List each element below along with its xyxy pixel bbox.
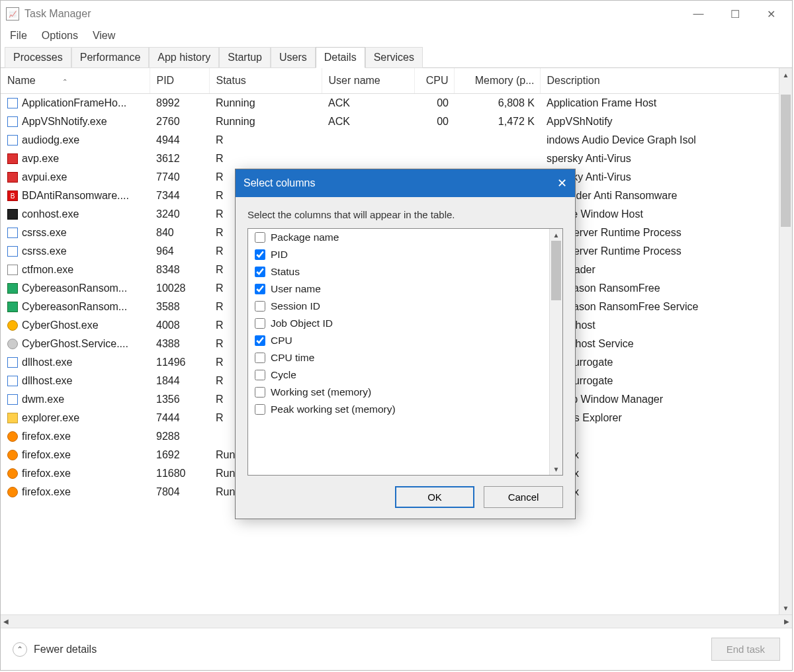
- listbox-scroll-down-icon[interactable]: ▼: [550, 463, 562, 475]
- column-option[interactable]: Cycle: [248, 366, 562, 384]
- column-option-label: Status: [271, 266, 300, 278]
- column-option[interactable]: PID: [248, 246, 562, 263]
- col-user[interactable]: User name: [322, 68, 414, 94]
- process-icon: [7, 265, 18, 275]
- fewer-details-label: Fewer details: [34, 644, 97, 655]
- column-checkbox[interactable]: [255, 353, 265, 363]
- column-option-label: CPU time: [271, 352, 314, 364]
- dialog-instruction: Select the columns that will appear in t…: [236, 197, 575, 228]
- chevron-up-icon: ⌃: [13, 642, 27, 657]
- select-columns-dialog: Select columns ✕ Select the columns that…: [235, 169, 576, 519]
- process-name: avpui.exe: [22, 171, 67, 183]
- table-row[interactable]: audiodg.exe4944Rindows Audio Device Grap…: [1, 131, 792, 149]
- process-name: CyberGhost.exe: [22, 319, 99, 331]
- col-pid[interactable]: PID: [150, 68, 209, 94]
- column-option[interactable]: Session ID: [248, 298, 562, 315]
- process-name: ctfmon.exe: [22, 264, 73, 276]
- column-checkbox[interactable]: [255, 284, 265, 294]
- column-option[interactable]: Job Object ID: [248, 315, 562, 332]
- column-checkbox[interactable]: [255, 370, 265, 380]
- menubar: File Options View: [1, 27, 792, 47]
- process-name: audiodg.exe: [22, 134, 79, 146]
- column-option-label: Working set (memory): [271, 386, 371, 398]
- listbox-scroll-up-icon[interactable]: ▲: [550, 229, 562, 241]
- vertical-scrollbar[interactable]: ▲ ▼: [779, 68, 792, 614]
- scroll-thumb[interactable]: [781, 95, 791, 227]
- sort-caret-icon: ⌃: [62, 78, 67, 85]
- col-desc[interactable]: Description: [540, 68, 792, 94]
- column-option[interactable]: CPU time: [248, 349, 562, 366]
- scroll-right-icon[interactable]: ▶: [784, 618, 789, 625]
- process-name: dllhost.exe: [22, 357, 73, 368]
- maximize-button[interactable]: ☐: [717, 1, 753, 27]
- column-checkbox[interactable]: [255, 318, 265, 329]
- tab-performance[interactable]: Performance: [71, 47, 150, 68]
- scroll-left-icon[interactable]: ◀: [3, 618, 9, 625]
- tab-startup[interactable]: Startup: [219, 47, 271, 68]
- column-option[interactable]: Status: [248, 263, 562, 280]
- process-name: dwm.exe: [22, 394, 64, 405]
- column-option[interactable]: User name: [248, 280, 562, 298]
- dialog-titlebar[interactable]: Select columns ✕: [236, 169, 575, 197]
- process-name: firefox.exe: [22, 486, 71, 498]
- scroll-down-icon[interactable]: ▼: [779, 601, 792, 614]
- tab-app-history[interactable]: App history: [149, 47, 219, 68]
- column-checkbox[interactable]: [255, 404, 265, 415]
- column-checkbox[interactable]: [255, 387, 265, 398]
- ok-button[interactable]: OK: [395, 486, 474, 508]
- column-option[interactable]: Peak working set (memory): [248, 401, 562, 418]
- column-option[interactable]: CPU: [248, 332, 562, 349]
- titlebar[interactable]: 📈 Task Manager — ☐ ✕: [1, 1, 792, 27]
- col-name[interactable]: Name⌃: [1, 68, 150, 94]
- listbox-scrollbar[interactable]: ▲ ▼: [549, 229, 562, 475]
- tab-services[interactable]: Services: [365, 47, 423, 68]
- tab-processes[interactable]: Processes: [5, 47, 71, 68]
- column-option-label: Peak working set (memory): [271, 403, 396, 415]
- process-icon: B: [7, 190, 18, 201]
- menu-view[interactable]: View: [93, 30, 115, 42]
- column-option-label: User name: [271, 283, 321, 295]
- process-name: CybereasonRansom...: [22, 301, 127, 313]
- process-icon: [7, 98, 18, 108]
- column-checkbox[interactable]: [255, 232, 265, 243]
- process-icon: [7, 302, 18, 312]
- table-row[interactable]: ApplicationFrameHo...8992RunningACK006,8…: [1, 94, 792, 113]
- process-icon: [7, 376, 18, 386]
- table-row[interactable]: avp.exe3612Rspersky Anti-Virus: [1, 149, 792, 168]
- horizontal-scrollbar[interactable]: ◀ ▶: [1, 614, 792, 628]
- process-name: avp.exe: [22, 153, 59, 165]
- process-name: ApplicationFrameHo...: [22, 97, 126, 109]
- process-icon: [7, 320, 18, 331]
- process-name: CyberGhost.Service....: [22, 338, 128, 350]
- menu-file[interactable]: File: [10, 30, 27, 42]
- col-status[interactable]: Status: [209, 68, 322, 94]
- col-mem[interactable]: Memory (p...: [454, 68, 540, 94]
- window-controls: — ☐ ✕: [680, 1, 789, 27]
- cancel-button[interactable]: Cancel: [484, 486, 563, 508]
- process-name: AppVShNotify.exe: [22, 116, 107, 128]
- listbox-scroll-thumb[interactable]: [551, 241, 561, 300]
- dialog-close-icon[interactable]: ✕: [557, 176, 567, 190]
- column-option[interactable]: Working set (memory): [248, 384, 562, 401]
- column-checkbox[interactable]: [255, 301, 265, 312]
- process-name: csrss.exe: [22, 245, 67, 257]
- dialog-title: Select columns: [243, 177, 316, 189]
- process-icon: [7, 468, 18, 479]
- column-option-label: CPU: [271, 335, 292, 347]
- scroll-up-icon[interactable]: ▲: [779, 68, 792, 81]
- column-checkbox[interactable]: [255, 267, 265, 277]
- tab-details[interactable]: Details: [316, 47, 365, 68]
- tab-users[interactable]: Users: [271, 47, 316, 68]
- column-option[interactable]: Package name: [248, 229, 562, 246]
- column-checkbox[interactable]: [255, 335, 265, 346]
- minimize-button[interactable]: —: [680, 1, 717, 27]
- end-task-button[interactable]: End task: [711, 638, 780, 661]
- table-row[interactable]: AppVShNotify.exe2760RunningACK001,472 KA…: [1, 112, 792, 131]
- menu-options[interactable]: Options: [42, 30, 78, 42]
- column-checkbox[interactable]: [255, 249, 265, 260]
- column-option-label: PID: [271, 249, 288, 261]
- fewer-details-button[interactable]: ⌃ Fewer details: [13, 642, 97, 657]
- col-cpu[interactable]: CPU: [414, 68, 454, 94]
- close-button[interactable]: ✕: [753, 1, 789, 27]
- process-icon: [7, 283, 18, 294]
